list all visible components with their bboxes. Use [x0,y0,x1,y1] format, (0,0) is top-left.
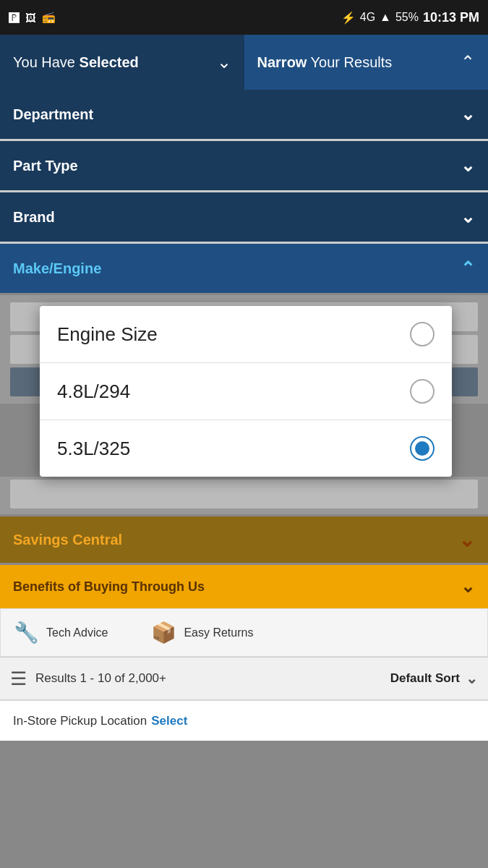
pickup-bar: In-Store Pickup Location Select [0,700,488,741]
dialog-item-4-8l[interactable]: 4.8L/294 [40,363,452,420]
filter-department[interactable]: Department [0,90,488,139]
savings-central-bar[interactable]: Savings Central ⌄ [0,516,488,563]
sort-label: Default Sort [390,671,460,686]
filter-part-type[interactable]: Part Type [0,141,488,190]
filter-department-chevron [461,104,475,124]
header-tabs: You Have Selected Narrow Your Results [0,35,488,90]
results-text: Results 1 - 10 of 2,000+ [35,671,166,686]
results-bar: ☰ Results 1 - 10 of 2,000+ Default Sort … [0,657,488,700]
filter-make-engine-label: Make/Engine [13,260,101,277]
tab-narrow-chevron [461,52,475,72]
benefits-chevron [461,576,475,597]
pickup-text: In-Store Pickup Location [13,714,147,728]
filter-make-engine[interactable]: Make/Engine [0,244,488,293]
bluetooth-icon: ⚡ [341,11,356,25]
benefits-section: Benefits of Buying Through Us 🔧 Tech Adv… [0,565,488,657]
tech-advice-label: Tech Advice [46,626,108,639]
status-left: 🅿 🖼 📻 [9,11,56,24]
sort-arrow-icon: ⌄ [466,670,478,687]
network-icon: 4G [360,11,375,24]
results-left: ☰ Results 1 - 10 of 2,000+ [10,668,166,690]
filter-brand-chevron [461,207,475,227]
dialog-item-5-3l[interactable]: 5.3L/325 [40,420,452,477]
pickup-select-link[interactable]: Select [151,714,187,728]
savings-central-label: Savings Central [13,532,122,548]
tab-narrow-label: Narrow Your Results [257,54,393,71]
filter-container: Department Part Type Brand Make/Engine [0,90,488,293]
status-bar: 🅿 🖼 📻 ⚡ 4G ▲ 55% 10:13 PM [0,0,488,35]
image-icon: 🖼 [25,12,36,24]
status-right: ⚡ 4G ▲ 55% 10:13 PM [341,10,479,25]
savings-chevron-icon: ⌄ [458,528,475,552]
tab-narrow-results[interactable]: Narrow Your Results [244,35,489,90]
parking-icon: 🅿 [9,12,20,24]
filter-part-type-chevron [461,156,475,176]
radio-engine-size[interactable] [410,322,435,346]
benefits-heading-bar[interactable]: Benefits of Buying Through Us [0,565,488,608]
tab-selected-bold: Selected [80,54,139,70]
tab-selected-normal: You Have [13,54,75,70]
list-icon: ☰ [10,668,27,690]
benefits-icons-row: 🔧 Tech Advice 📦 Easy Returns [0,608,488,657]
filter-part-type-label: Part Type [13,158,78,174]
filter-department-label: Department [13,106,93,123]
engine-size-label: Engine Size [57,323,158,346]
sort-dropdown[interactable]: Default Sort ⌄ [390,670,478,687]
dialog-item-engine-size[interactable]: Engine Size [40,306,452,363]
radio-5-3l-fill [415,441,429,456]
box-icon: 📦 [151,621,176,644]
label-5-3l: 5.3L/325 [57,438,130,460]
filter-brand[interactable]: Brand [0,192,488,242]
wrench-icon: 🔧 [14,621,39,644]
battery-level: 55% [395,11,419,24]
benefit-tech-advice: 🔧 Tech Advice [14,621,108,644]
benefits-heading-label: Benefits of Buying Through Us [13,579,205,595]
label-4-8l: 4.8L/294 [57,380,130,403]
status-time: 10:13 PM [423,10,479,25]
tab-narrow-normal: Your Results [311,54,393,70]
tab-narrow-bold: Narrow [257,54,307,70]
radio-icon: 📻 [42,11,56,24]
filter-brand-label: Brand [13,209,55,226]
dialog-overlay-area: Engine Size 4.8L/294 5.3L/325 [0,295,488,514]
tab-selected-chevron [217,52,231,72]
tab-selected-label: You Have Selected [13,54,139,71]
benefit-easy-returns: 📦 Easy Returns [151,621,253,644]
radio-5-3l[interactable] [410,436,435,461]
engine-size-dialog: Engine Size 4.8L/294 5.3L/325 [40,306,452,477]
filter-make-engine-chevron [461,258,475,278]
tab-you-have-selected[interactable]: You Have Selected [0,35,244,90]
easy-returns-label: Easy Returns [184,626,253,639]
radio-4-8l[interactable] [410,379,435,404]
signal-bars: ▲ [380,11,391,24]
